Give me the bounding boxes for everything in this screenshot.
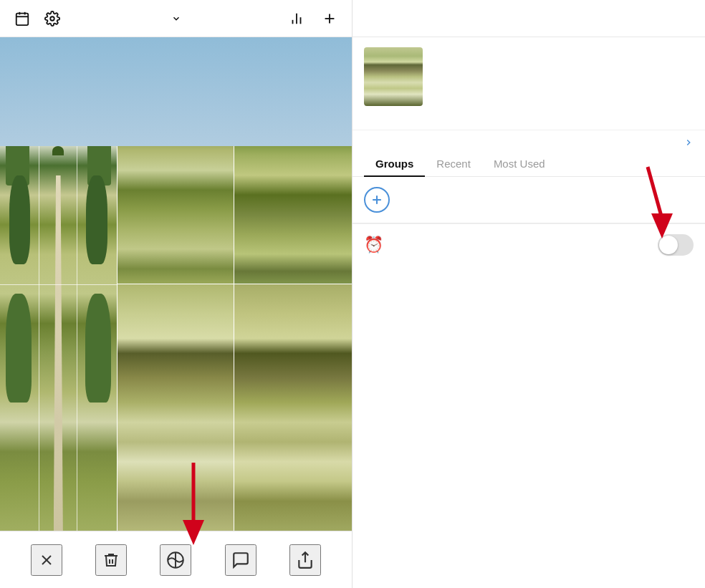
toggle-knob (659, 236, 678, 254)
chart-icon-btn[interactable] (286, 8, 307, 29)
hashtags-header (352, 130, 705, 152)
settings-icon (44, 11, 60, 26)
close-icon (38, 551, 55, 569)
plus-icon (322, 11, 337, 26)
caption-thumbnail (364, 47, 423, 106)
comment-icon (231, 551, 250, 569)
photo-cell-bot-right (234, 284, 352, 531)
schedule-clock-icon: ⏰ (364, 236, 383, 254)
hashtags-content (352, 177, 705, 223)
photo-cell-bot-mid (118, 284, 235, 531)
trash-btn[interactable] (95, 544, 127, 576)
schedule-toggle[interactable] (658, 234, 694, 256)
tab-recent[interactable]: Recent (425, 152, 482, 177)
svg-rect-0 (16, 13, 29, 24)
tab-most-used[interactable]: Most Used (482, 152, 557, 177)
photo-grid (0, 37, 352, 531)
right-panel: Groups Recent Most Used ⏰ (352, 0, 705, 588)
chart-icon (289, 11, 304, 26)
filter-icon (166, 551, 185, 569)
filter-btn[interactable] (160, 544, 191, 576)
caption-area (352, 37, 705, 130)
trash-icon (102, 551, 120, 569)
plus-circle-icon (370, 193, 384, 207)
tab-groups[interactable]: Groups (364, 152, 425, 177)
calendar-icon-btn[interactable] (11, 8, 33, 29)
svg-point-4 (50, 16, 54, 21)
schedule-section: ⏰ (352, 223, 705, 266)
share-icon (296, 551, 315, 569)
top-bar-left (11, 8, 63, 29)
top-bar-right (286, 8, 340, 29)
add-icon-btn[interactable] (319, 8, 340, 29)
photo-cell-top-mid (118, 37, 235, 284)
settings-icon-btn[interactable] (42, 8, 63, 29)
comment-btn[interactable] (225, 544, 256, 576)
username-dropdown[interactable] (168, 14, 181, 24)
right-header (352, 0, 705, 37)
chevron-right-icon (684, 138, 694, 148)
top-bar (0, 0, 352, 37)
add-group-button[interactable] (364, 187, 390, 213)
hashtags-tabs: Groups Recent Most Used (352, 152, 705, 177)
calendar-icon (14, 11, 30, 26)
chevron-down-icon (171, 14, 181, 24)
bottom-toolbar (0, 531, 352, 588)
share-btn[interactable] (289, 544, 321, 576)
close-btn[interactable] (31, 544, 62, 576)
caption-input-wrapper (431, 47, 694, 50)
hashtags-section: Groups Recent Most Used (352, 130, 705, 223)
hashtags-find-btn[interactable] (682, 138, 694, 148)
